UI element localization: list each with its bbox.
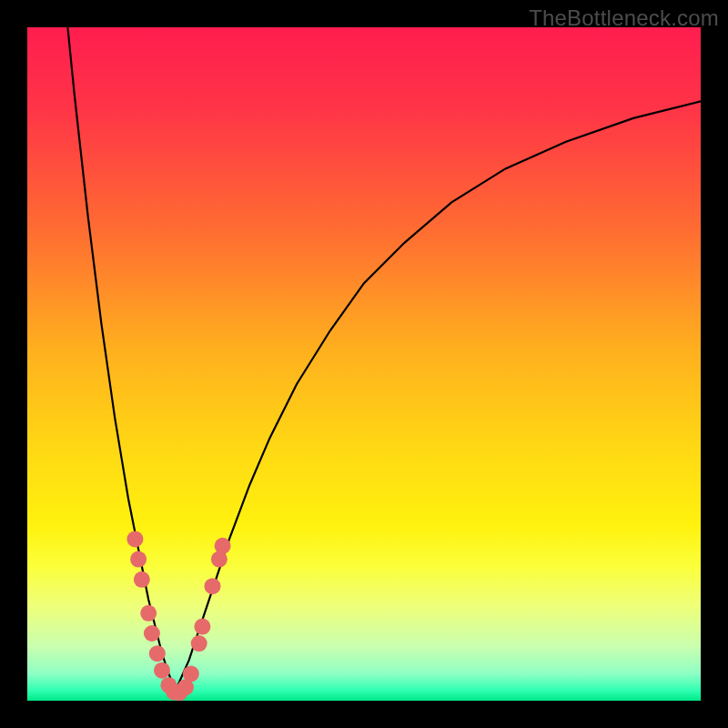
marker-point <box>134 571 150 588</box>
curve-layer <box>27 27 701 701</box>
marker-point <box>140 605 157 622</box>
marker-point <box>191 635 207 652</box>
plot-area <box>27 27 701 701</box>
marker-point <box>183 665 199 682</box>
marker-point <box>149 645 166 662</box>
marker-point <box>130 551 147 568</box>
watermark-text: TheBottleneck.com <box>529 5 719 31</box>
marker-point <box>194 619 210 635</box>
marker-point <box>215 538 231 554</box>
marker-point <box>144 625 160 642</box>
marker-group <box>126 531 230 701</box>
marker-point <box>154 662 170 679</box>
marker-point <box>205 578 221 594</box>
bottleneck-curve <box>67 27 701 691</box>
chart-frame: TheBottleneck.com <box>0 0 728 728</box>
marker-point <box>126 531 143 547</box>
